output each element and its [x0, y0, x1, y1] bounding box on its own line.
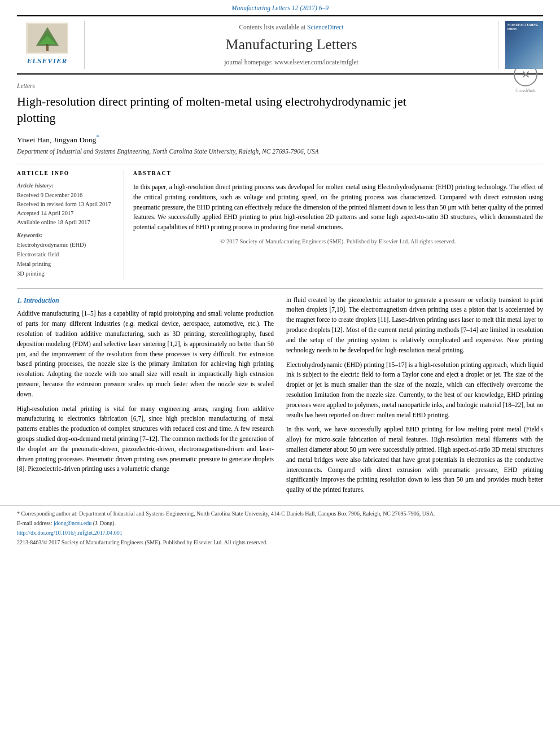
page: Manufacturing Letters 12 (2017) 6–9 ELSE…: [0, 0, 560, 747]
crossmark-text: CrossMark: [515, 88, 536, 94]
footnote-doi: http://dx.doi.org/10.1016/j.mfglet.2017.…: [17, 528, 543, 537]
journal-homepage: journal homepage: www.elsevier.com/locat…: [224, 58, 358, 67]
authors: Yiwei Han, Jingyan Dong*: [17, 132, 543, 145]
article-content: Letters ✕ CrossMark High-resolution dire…: [0, 75, 560, 505]
journal-title-block: Contents lists available at ScienceDirec…: [85, 21, 498, 69]
journal-header: ELSEVIER Contents lists available at Sci…: [17, 15, 543, 75]
footnote-issn: 2213-8463/© 2017 Society of Manufacturin…: [17, 538, 543, 547]
email-label: E-mail address:: [17, 520, 54, 526]
footnote-star-text: * Corresponding author at: Department of…: [17, 510, 435, 517]
footnotes-area: * Corresponding author at: Department of…: [0, 505, 560, 551]
col2-paragraph-1: in fluid created by the piezoelectric ac…: [286, 295, 543, 356]
keyword-2: Electrostatic field: [17, 250, 116, 260]
sciencedirect-link[interactable]: ScienceDirect: [307, 24, 344, 30]
article-title: High-resolution direct printing of molte…: [17, 94, 412, 126]
body-columns: 1. Introduction Additive manufacturing […: [17, 295, 543, 505]
cover-image: MANUFACTURINGletters: [505, 21, 543, 69]
cover-text: MANUFACTURINGletters: [508, 23, 539, 31]
doi-link[interactable]: http://dx.doi.org/10.1016/j.mfglet.2017.…: [17, 530, 123, 536]
elsevier-logo-block: ELSEVIER: [17, 21, 85, 69]
citation-bar: Manufacturing Letters 12 (2017) 6–9: [0, 0, 560, 15]
intro-paragraph-1: Additive manufacturing [1–5] has a capab…: [17, 309, 274, 399]
info-abstract-block: ARTICLE INFO Article history: Received 9…: [17, 164, 543, 278]
section-label: Letters: [17, 81, 543, 91]
accepted-date: Accepted 14 April 2017: [17, 209, 116, 218]
col2-paragraph-3: In this work, we have successfully appli…: [286, 425, 543, 495]
elsevier-brand: ELSEVIER: [27, 56, 68, 67]
email-suffix: (J. Dong).: [93, 520, 116, 526]
abstract-title: ABSTRACT: [133, 170, 543, 178]
keywords-label: Keywords:: [17, 231, 116, 239]
body-divider: [17, 288, 543, 289]
email-link[interactable]: jdong@ncsu.edu: [54, 520, 91, 526]
revised-date: Received in revised form 13 April 2017: [17, 200, 116, 209]
contents-text: Contents lists available at: [239, 24, 307, 30]
footnote-star: * Corresponding author at: Department of…: [17, 509, 543, 518]
received-date: Received 9 December 2016: [17, 191, 116, 200]
abstract-section: ABSTRACT In this paper, a high-resolutio…: [124, 170, 543, 278]
body-col-right: in fluid created by the piezoelectric ac…: [286, 295, 543, 500]
journal-title-main: Manufacturing Letters: [225, 34, 357, 55]
contents-line: Contents lists available at ScienceDirec…: [239, 23, 343, 32]
abstract-text: In this paper, a high-resolution direct …: [133, 182, 543, 233]
keyword-3: Metal printing: [17, 260, 116, 269]
body-col-left: 1. Introduction Additive manufacturing […: [17, 295, 274, 500]
affiliation: Department of Industrial and Systems Eng…: [17, 147, 543, 156]
keyword-1: Electrohydrodynamic (EHD): [17, 241, 116, 250]
journal-cover-thumbnail: MANUFACTURINGletters: [498, 21, 543, 69]
intro-paragraph-2: High-resolution metal printing is vital …: [17, 404, 274, 475]
abstract-copyright: © 2017 Society of Manufacturing Engineer…: [133, 237, 543, 246]
footnote-email: E-mail address: jdong@ncsu.edu (J. Dong)…: [17, 519, 543, 527]
author-star: *: [96, 133, 99, 140]
elsevier-tree-image: [26, 23, 68, 54]
col2-paragraph-2: Electrohydrodynamic (EHD) printing [15–1…: [286, 360, 543, 421]
intro-heading: 1. Introduction: [17, 295, 274, 306]
article-info-title: ARTICLE INFO: [17, 170, 116, 178]
keywords-section: Keywords: Electrohydrodynamic (EHD) Elec…: [17, 231, 116, 278]
homepage-text: journal homepage: www.elsevier.com/locat…: [224, 59, 358, 65]
citation-text: Manufacturing Letters 12 (2017) 6–9: [231, 5, 329, 11]
available-date: Available online 18 April 2017: [17, 218, 116, 227]
keyword-4: 3D printing: [17, 269, 116, 279]
article-history-label: Article history:: [17, 181, 116, 190]
article-info: ARTICLE INFO Article history: Received 9…: [17, 170, 124, 278]
author-names: Yiwei Han, Jingyan Dong: [17, 135, 96, 143]
